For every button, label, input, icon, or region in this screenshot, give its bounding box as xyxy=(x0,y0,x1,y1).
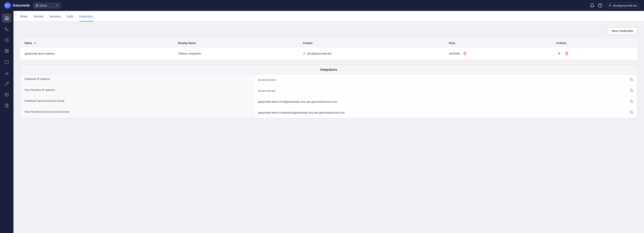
tab-roles[interactable]: Roles xyxy=(20,11,28,22)
svg-point-2 xyxy=(8,4,10,7)
integration-label-2: Notebook Service Account Email xyxy=(20,96,255,107)
git-icon xyxy=(4,27,9,31)
layout-icon xyxy=(4,93,9,97)
integrations-section: Integrations Notebook IP address xx.xxx.… xyxy=(20,65,637,118)
tab-integration[interactable]: Integration xyxy=(79,11,93,22)
copy-button-3[interactable] xyxy=(630,110,634,115)
sidebar-item-reports[interactable] xyxy=(2,101,11,110)
col-name[interactable]: Name ⬆ xyxy=(20,39,174,47)
creator-email: dev@ganymede.bio xyxy=(307,52,332,55)
integrations-header: Integrations xyxy=(20,65,637,74)
creator-user-icon xyxy=(303,52,306,55)
sidebar-item-git[interactable] xyxy=(2,24,11,34)
integration-label-3: Flow Runtime Service Account Email xyxy=(20,107,255,118)
svg-point-8 xyxy=(5,28,6,29)
topnav-actions: dev@ganymede.bio xyxy=(590,3,640,9)
tab-secrets[interactable]: Secrets xyxy=(34,11,44,22)
col-creator: Creator xyxy=(299,39,445,47)
cell-creator: dev@ganymede.bio xyxy=(299,47,445,60)
integration-value-2: ganymede-demo-env@ganymede-core.iam.gser… xyxy=(255,96,637,107)
sidebar-item-dashboard[interactable] xyxy=(2,90,11,99)
svg-rect-3 xyxy=(36,5,38,7)
lock-icon xyxy=(36,4,38,7)
svg-point-7 xyxy=(7,30,8,31)
svg-point-22 xyxy=(304,52,305,53)
check-circle-icon xyxy=(4,38,9,42)
copy-button-1[interactable] xyxy=(630,88,634,93)
integration-row-1: Flow Runtime IP address xx.xxx.xxx.xxx xyxy=(20,85,637,96)
svg-rect-27 xyxy=(631,101,633,103)
integration-label-1: Flow Runtime IP address xyxy=(20,85,255,96)
copy-icon-2 xyxy=(630,100,633,103)
svg-rect-12 xyxy=(5,51,6,53)
svg-rect-25 xyxy=(631,79,633,81)
brand-label: Ganymede xyxy=(12,4,30,7)
bar-chart-icon xyxy=(4,71,9,75)
add-key-button[interactable] xyxy=(556,51,562,56)
cell-name: ganymede-demo-tableau xyxy=(20,47,174,60)
integration-row-0: Notebook IP address xx.xxx.xxx.xxx xyxy=(20,74,637,85)
trash-icon-2 xyxy=(565,52,568,55)
svg-rect-28 xyxy=(631,112,633,114)
delete-key-button[interactable] xyxy=(462,51,468,56)
sidebar-item-chart[interactable] xyxy=(2,68,11,77)
cell-actions xyxy=(552,47,637,60)
plus-icon xyxy=(557,52,561,55)
env-selector[interactable]: Demo xyxy=(33,3,60,9)
credentials-table: Name ⬆ Display Name Creator Keys Actions… xyxy=(20,39,637,60)
main-content: Roles Secrets Versions Audit Integration… xyxy=(14,11,644,233)
user-email: dev@ganymede.bio xyxy=(613,4,637,7)
integration-label-0: Notebook IP address xyxy=(20,74,255,85)
copy-button-2[interactable] xyxy=(630,99,634,104)
folder-icon xyxy=(4,60,9,64)
col-keys: Keys xyxy=(445,39,552,47)
key-value: c81904fa xyxy=(449,52,460,55)
sidebar-item-home[interactable] xyxy=(2,14,11,23)
brand-logo xyxy=(4,2,11,9)
svg-point-1 xyxy=(5,4,8,7)
sidebar-item-rocket[interactable] xyxy=(2,79,11,88)
help-icon[interactable] xyxy=(598,3,602,8)
cell-keys: c81904fa xyxy=(445,47,552,60)
sidebar xyxy=(0,11,14,233)
copy-button-0[interactable] xyxy=(630,77,634,82)
sidebar-item-check[interactable] xyxy=(2,35,11,45)
col-actions: Actions xyxy=(552,39,637,47)
home-icon xyxy=(4,16,9,20)
topnav: Ganymede Demo dev@ganymede.bio xyxy=(0,0,644,11)
sidebar-item-grid[interactable] xyxy=(2,46,11,56)
tab-audit[interactable]: Audit xyxy=(66,11,73,22)
grid-icon xyxy=(4,49,9,53)
integration-row-3: Flow Runtime Service Account Email ganym… xyxy=(20,107,637,118)
col-display-name: Display Name xyxy=(174,39,299,47)
integration-row-2: Notebook Service Account Email ganymede-… xyxy=(20,96,637,107)
env-label: Demo xyxy=(40,4,47,7)
table-row: ganymede-demo-tableau Tableau Integratio… xyxy=(20,47,637,60)
svg-point-6 xyxy=(610,5,610,6)
svg-rect-9 xyxy=(5,49,6,51)
cell-display-name: Tableau Integration xyxy=(174,47,299,60)
file-text-icon xyxy=(4,103,9,108)
copy-icon-0 xyxy=(630,78,633,81)
sort-icon: ⬆ xyxy=(34,42,36,44)
sidebar-item-folder[interactable] xyxy=(2,57,11,67)
new-credentials-button[interactable]: New Credentials xyxy=(608,27,637,35)
integration-value-1: xx.xxx.xxx.xxx xyxy=(255,85,637,96)
copy-icon-1 xyxy=(630,89,633,92)
user-pill[interactable]: dev@ganymede.bio xyxy=(606,3,640,9)
delete-credential-button[interactable] xyxy=(564,51,570,56)
svg-rect-11 xyxy=(7,51,8,53)
rocket-icon xyxy=(4,82,9,86)
svg-rect-26 xyxy=(631,90,633,92)
notifications-icon[interactable] xyxy=(590,3,594,8)
integration-value-0: xx.xxx.xxx.xxx xyxy=(255,74,637,85)
copy-icon-3 xyxy=(630,111,633,114)
chevron-down-icon xyxy=(56,4,58,7)
tabs-bar: Roles Secrets Versions Audit Integration xyxy=(14,11,644,22)
svg-rect-10 xyxy=(7,49,8,51)
trash-icon xyxy=(463,52,467,55)
tab-versions[interactable]: Versions xyxy=(49,11,61,22)
page-content: New Credentials Name ⬆ Display Name Crea… xyxy=(14,22,644,124)
svg-rect-17 xyxy=(5,93,8,96)
integration-value-3: ganymede-demo-composer@ganymede-core.iam… xyxy=(255,107,637,118)
